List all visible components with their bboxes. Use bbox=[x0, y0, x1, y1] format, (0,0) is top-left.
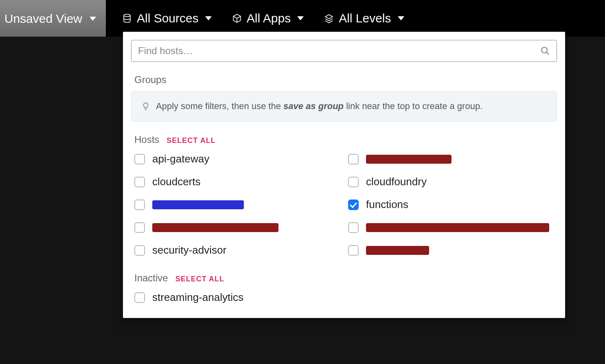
host-label: functions bbox=[366, 198, 408, 211]
host-item[interactable] bbox=[348, 244, 554, 257]
hosts-select-all[interactable]: SELECT ALL bbox=[167, 136, 215, 145]
host-item[interactable]: functions bbox=[348, 198, 554, 211]
redacted-label bbox=[366, 223, 549, 232]
groups-tip: Apply some filters, then use the save as… bbox=[131, 91, 557, 122]
redacted-label bbox=[366, 246, 429, 255]
layers-icon bbox=[324, 13, 334, 23]
host-item[interactable]: cloudfoundry bbox=[348, 175, 554, 189]
caret-down-icon bbox=[297, 16, 304, 20]
checkbox[interactable] bbox=[134, 222, 145, 233]
host-item[interactable] bbox=[348, 153, 554, 166]
inactive-header: Inactive SELECT ALL bbox=[123, 272, 565, 288]
host-label: cloudfoundry bbox=[366, 175, 427, 188]
checkbox[interactable] bbox=[134, 154, 145, 164]
inactive-label: streaming-analytics bbox=[152, 291, 243, 304]
checkbox[interactable] bbox=[134, 200, 145, 210]
filter-apps[interactable]: All Apps bbox=[232, 11, 304, 25]
view-tab-label: Unsaved View bbox=[4, 12, 82, 26]
filter-apps-label: All Apps bbox=[247, 11, 291, 25]
search-icon bbox=[540, 46, 550, 56]
checkbox-checked[interactable] bbox=[348, 200, 359, 210]
checkbox[interactable] bbox=[134, 177, 145, 187]
groups-heading: Groups bbox=[123, 70, 565, 91]
checkbox[interactable] bbox=[134, 245, 145, 256]
view-tab[interactable]: Unsaved View bbox=[0, 0, 106, 37]
filter-levels[interactable]: All Levels bbox=[324, 11, 404, 25]
host-label: security-advisor bbox=[152, 244, 226, 257]
host-item[interactable] bbox=[134, 221, 340, 234]
database-icon bbox=[122, 13, 132, 23]
host-item[interactable]: cloudcerts bbox=[134, 175, 340, 189]
checkbox[interactable] bbox=[348, 245, 359, 256]
tip-text-bold: save as group bbox=[283, 101, 344, 111]
svg-line-2 bbox=[546, 52, 549, 55]
hosts-grid: api-gateway cloudcerts cloudfoundry func… bbox=[123, 149, 565, 268]
host-item[interactable]: api-gateway bbox=[134, 153, 340, 166]
host-item[interactable]: security-advisor bbox=[134, 244, 340, 257]
hosts-header: Hosts SELECT ALL bbox=[123, 134, 565, 149]
caret-down-icon bbox=[205, 16, 212, 20]
tip-text-prefix: Apply some filters, then use the bbox=[156, 101, 283, 111]
checkbox[interactable] bbox=[348, 177, 359, 187]
tip-text-suffix: link near the top to create a group. bbox=[344, 101, 482, 111]
redacted-label bbox=[152, 223, 278, 232]
caret-down-icon bbox=[90, 17, 96, 21]
redacted-label bbox=[152, 200, 244, 209]
checkbox[interactable] bbox=[348, 154, 359, 164]
topbar: Unsaved View All Sources bbox=[0, 0, 605, 37]
filter-bar: All Sources All Apps All bbox=[106, 0, 404, 37]
svg-point-0 bbox=[124, 14, 130, 17]
sources-dropdown-panel: Groups Apply some filters, then use the … bbox=[123, 32, 565, 318]
inactive-item[interactable]: streaming-analytics bbox=[134, 291, 554, 304]
lightbulb-icon bbox=[141, 102, 150, 111]
host-label: cloudcerts bbox=[152, 175, 201, 188]
search-input[interactable] bbox=[138, 45, 540, 57]
filter-levels-label: All Levels bbox=[339, 11, 391, 25]
checkbox[interactable] bbox=[348, 222, 359, 233]
checkbox[interactable] bbox=[134, 292, 145, 303]
host-item[interactable] bbox=[348, 221, 554, 234]
hosts-heading: Hosts bbox=[134, 134, 159, 145]
search-box[interactable] bbox=[131, 40, 557, 62]
host-label: api-gateway bbox=[152, 153, 209, 165]
filter-sources[interactable]: All Sources bbox=[122, 11, 212, 25]
redacted-label bbox=[366, 155, 452, 164]
caret-down-icon bbox=[398, 16, 404, 20]
cube-icon bbox=[232, 13, 242, 23]
filter-sources-label: All Sources bbox=[137, 11, 199, 25]
svg-point-1 bbox=[541, 47, 547, 53]
inactive-select-all[interactable]: SELECT ALL bbox=[175, 275, 224, 283]
host-item[interactable] bbox=[134, 198, 340, 211]
inactive-heading: Inactive bbox=[134, 272, 168, 284]
